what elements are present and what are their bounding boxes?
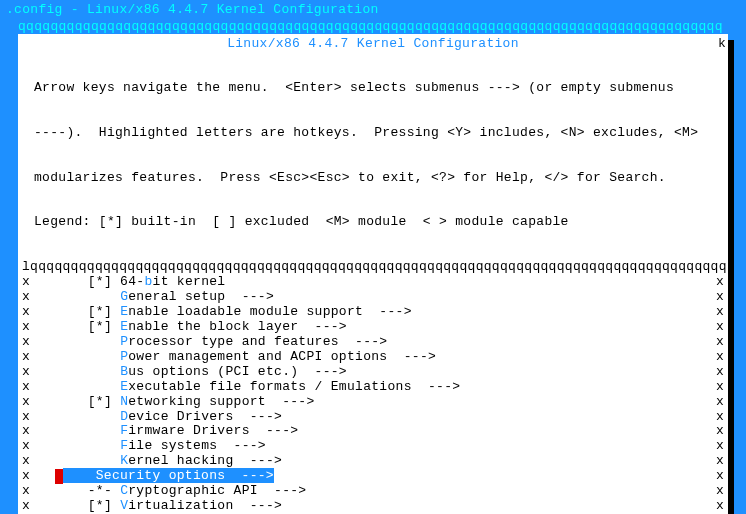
window-title: .config - Linux/x86 4.4.7 Kernel Configu…: [0, 0, 746, 19]
border-right: x: [715, 275, 724, 290]
menu-item[interactable]: x Security options --->x: [18, 469, 728, 484]
menu-item-content: Executable file formats / Emulations ---…: [31, 380, 715, 395]
menu-item-content: Processor type and features --->: [31, 335, 715, 350]
inner-top-border: lqqqqqqqqqqqqqqqqqqqqqqqqqqqqqqqqqqqqqqq…: [18, 260, 728, 275]
menu-item-content: General setup --->: [31, 290, 715, 305]
menu-item-content: Power management and ACPI options --->: [31, 350, 715, 365]
menu-item[interactable]: x [*] Enable the block layer --->x: [18, 320, 728, 335]
menu-item[interactable]: x Bus options (PCI etc.) --->x: [18, 365, 728, 380]
border-left: x: [22, 335, 31, 350]
menu-item[interactable]: x [*] Networking support --->x: [18, 395, 728, 410]
border-right: x: [715, 499, 724, 514]
hotkey-letter: b: [144, 274, 152, 289]
help-line: modularizes features. Press <Esc><Esc> t…: [34, 171, 712, 186]
border-right: x: [715, 335, 724, 350]
border-left: x: [22, 410, 31, 425]
border-right: x: [715, 305, 724, 320]
border-left: x: [22, 350, 31, 365]
menu-item-content: Bus options (PCI etc.) --->: [31, 365, 715, 380]
border-left: x: [22, 454, 31, 469]
menu-item[interactable]: x Device Drivers --->x: [18, 410, 728, 425]
border-right: x: [715, 350, 724, 365]
border-right: x: [715, 439, 724, 454]
border-left: x: [22, 439, 31, 454]
border-left: x: [22, 469, 31, 484]
menu-item-content: Firmware Drivers --->: [31, 424, 715, 439]
border-right: x: [715, 424, 724, 439]
border-left: x: [22, 499, 31, 514]
border-left: x: [22, 365, 31, 380]
border-right: x: [715, 410, 724, 425]
outer-top-border: qqqqqqqqqqqqqqqqqqqqqqqqqqqqqqqqqqqqqqqq…: [0, 19, 746, 34]
menu-item-content: [*] Enable loadable module support --->: [31, 305, 715, 320]
border-right: x: [715, 365, 724, 380]
border-right: x: [715, 395, 724, 410]
border-left: x: [22, 484, 31, 499]
border-right: x: [715, 380, 724, 395]
menu-list[interactable]: x [*] 64-bit kernelxx General setup --->…: [18, 275, 728, 514]
menu-item[interactable]: x [*] 64-bit kernelx: [18, 275, 728, 290]
border-left: x: [22, 380, 31, 395]
border-left: x: [22, 275, 31, 290]
menu-item[interactable]: x -*- Cryptographic API --->x: [18, 484, 728, 499]
menu-item[interactable]: x [*] Virtualization --->x: [18, 499, 728, 514]
help-line: Arrow keys navigate the menu. <Enter> se…: [34, 81, 712, 96]
menu-item[interactable]: x General setup --->x: [18, 290, 728, 305]
menu-item-content: [*] Virtualization --->: [31, 499, 715, 514]
menu-item-content: [*] Networking support --->: [31, 395, 715, 410]
border-left: x: [22, 424, 31, 439]
menu-item[interactable]: x [*] Enable loadable module support ---…: [18, 305, 728, 320]
menu-item-content: [*] Enable the block layer --->: [31, 320, 715, 335]
menu-item-content: [*] 64-bit kernel: [31, 275, 715, 290]
border-left: x: [22, 395, 31, 410]
border-left: x: [22, 320, 31, 335]
menu-item[interactable]: x Kernel hacking --->x: [18, 454, 728, 469]
dialog-content: k Linux/x86 4.4.7 Kernel Configuration A…: [18, 34, 728, 514]
help-line: Legend: [*] built-in [ ] excluded <M> mo…: [34, 215, 712, 230]
menu-item-selected: Security options --->: [63, 468, 274, 483]
help-text: Arrow keys navigate the menu. <Enter> se…: [18, 51, 728, 260]
menu-item[interactable]: x Firmware Drivers --->x: [18, 424, 728, 439]
menu-item-content: -*- Cryptographic API --->: [31, 484, 715, 499]
menu-item-content: File systems --->: [31, 439, 715, 454]
menu-item-content: Security options --->: [31, 469, 715, 484]
border-corner-k: k: [718, 36, 726, 51]
border-right: x: [715, 454, 724, 469]
dialog-title: Linux/x86 4.4.7 Kernel Configuration: [18, 36, 728, 51]
menu-item[interactable]: x Power management and ACPI options --->…: [18, 350, 728, 365]
border-left: x: [22, 290, 31, 305]
border-right: x: [715, 484, 724, 499]
border-left: x: [22, 305, 31, 320]
menu-item[interactable]: x Processor type and features --->x: [18, 335, 728, 350]
menu-item[interactable]: x Executable file formats / Emulations -…: [18, 380, 728, 395]
menu-item[interactable]: x File systems --->x: [18, 439, 728, 454]
border-right: x: [715, 290, 724, 305]
border-right: x: [715, 469, 724, 484]
menu-item-content: Kernel hacking --->: [31, 454, 715, 469]
border-right: x: [715, 320, 724, 335]
menu-item-content: Device Drivers --->: [31, 410, 715, 425]
help-line: ----). Highlighted letters are hotkeys. …: [34, 126, 712, 141]
